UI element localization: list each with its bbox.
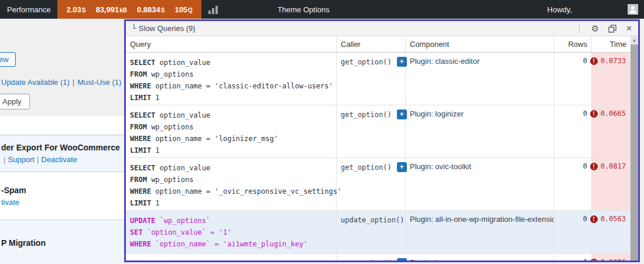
sql-keyword: FROM bbox=[130, 123, 147, 131]
query-monitor-panel: └Slow Queries (9) ⚙ ✕ QueryCallerCompone… bbox=[124, 19, 640, 262]
slow-query-warning-icon: ! bbox=[590, 163, 598, 170]
sql-line: WHERE option_name = 'classic-editor-allo… bbox=[130, 80, 332, 92]
sql-keyword: FROM bbox=[130, 70, 147, 78]
sql-line: LIMIT 1 bbox=[130, 145, 332, 156]
tree-branch-glyph: └ bbox=[132, 24, 136, 33]
caller-function: get_option() bbox=[341, 258, 392, 260]
query-row: UPDATE `wp_options`SET `option_value` = … bbox=[126, 211, 631, 254]
action-separator: | bbox=[37, 155, 39, 164]
gear-icon[interactable]: ⚙ bbox=[591, 24, 599, 33]
plugin-action-link[interactable]: Support bbox=[8, 155, 35, 164]
component-cell: Plugin: classic-editor bbox=[406, 53, 554, 105]
query-cell: SELECT option_valueFROM wp_optionsWHERE … bbox=[126, 158, 337, 210]
component-cell: Plugin: ovic-toolkit bbox=[406, 158, 554, 210]
rows-cell: 0 bbox=[554, 158, 592, 210]
time-value: 0.0696 bbox=[601, 258, 626, 260]
query-cell: SELECT option_valueFROM wp_optionsWHERE … bbox=[126, 53, 337, 105]
sql-keyword: LIMIT bbox=[130, 199, 151, 207]
chart-bar bbox=[212, 8, 214, 14]
add-new-button[interactable]: ew bbox=[0, 52, 16, 67]
user-avatar-icon[interactable] bbox=[628, 4, 638, 15]
column-header-component: Component bbox=[406, 36, 554, 52]
metric-value: 0.8834S bbox=[137, 5, 165, 14]
sql-keyword: SET bbox=[130, 228, 143, 236]
sql-line: SELECT option_value bbox=[130, 109, 332, 121]
bar-chart-icon[interactable] bbox=[201, 0, 225, 19]
metric-number: 83,991 bbox=[95, 5, 119, 14]
howdy-label[interactable]: Howdy, bbox=[547, 5, 572, 14]
panel-title: └Slow Queries (9) bbox=[132, 24, 196, 33]
plugins-table-header-strip bbox=[0, 116, 124, 135]
time-value: 0.0733 bbox=[601, 57, 626, 104]
sql-keyword: WHERE bbox=[130, 240, 151, 248]
admin-bar-theme-options-item[interactable]: Theme Options bbox=[270, 0, 337, 19]
time-cell: !0.0563 bbox=[592, 211, 631, 253]
apply-button[interactable]: Apply bbox=[0, 94, 30, 109]
time-value: 0.0563 bbox=[601, 215, 626, 252]
caller-function: get_option() bbox=[341, 162, 392, 173]
slow-query-warning-icon: ! bbox=[590, 57, 598, 65]
plugin-filter-link[interactable]: Update Available (1) bbox=[1, 78, 70, 87]
column-header-time: Time bbox=[592, 36, 631, 52]
column-header-query: Query bbox=[126, 36, 337, 52]
chart-bar bbox=[215, 6, 218, 14]
sql-line: WHERE option_name = 'loginizer_msg' bbox=[130, 133, 332, 145]
caller-function: update_option() bbox=[341, 215, 404, 225]
metric-unit: kB bbox=[119, 7, 127, 13]
rows-cell: 0 bbox=[554, 105, 592, 157]
query-cell: SELECT option_valueFROM wp_optionsWHERE … bbox=[126, 105, 337, 157]
scrollbar-thumb[interactable] bbox=[631, 44, 638, 260]
header-divider bbox=[579, 24, 580, 33]
component-cell: Plugin: all-in-one-wp-migration-file-ext… bbox=[406, 211, 554, 253]
sql-line: SET `option_value` = '1' bbox=[130, 227, 332, 238]
filter-separator: | bbox=[73, 78, 74, 87]
component-cell: Plugin: loginizer bbox=[406, 105, 554, 157]
plugin-action-link[interactable]: Deactivate bbox=[41, 155, 77, 164]
close-icon[interactable]: ✕ bbox=[626, 25, 632, 32]
sql-line: FROM wp_options bbox=[130, 68, 332, 80]
scrollbar[interactable]: ▲ bbox=[631, 36, 638, 260]
caller-cell: update_option()+ bbox=[337, 211, 406, 253]
column-header-rows: Rows bbox=[554, 36, 592, 52]
time-value: 0.0817 bbox=[601, 162, 626, 209]
time-cell: !0.0665 bbox=[592, 105, 631, 157]
rows-cell: 0 bbox=[554, 211, 592, 253]
metric-value: 105Q bbox=[174, 5, 192, 14]
chart-bar bbox=[208, 11, 211, 14]
time-cell: !0.0696 bbox=[592, 254, 631, 260]
scrollbar-up-arrow[interactable]: ▲ bbox=[631, 36, 638, 44]
query-row: SELECT option_valueFROM wp_optionsWHERE … bbox=[126, 105, 631, 158]
metric-unit: Q bbox=[188, 7, 193, 13]
time-value: 0.0665 bbox=[601, 109, 626, 156]
sql-keyword: LIMIT bbox=[130, 94, 151, 102]
panel-title-text: Slow Queries (9) bbox=[139, 24, 196, 33]
metric-number: 0.8834 bbox=[137, 5, 160, 14]
sql-keyword: WHERE bbox=[130, 135, 151, 143]
sql-keyword: FROM bbox=[130, 176, 147, 184]
metric-unit: S bbox=[82, 7, 86, 13]
admin-bar-performance-item[interactable]: Performance bbox=[0, 0, 57, 19]
panel-header: └Slow Queries (9) ⚙ ✕ bbox=[126, 21, 638, 36]
slow-query-warning-icon: ! bbox=[590, 110, 598, 118]
table-header-row: QueryCallerComponentRowsTime bbox=[126, 36, 631, 53]
plugin-filter-link[interactable]: Must-Use (1) bbox=[77, 78, 121, 87]
plugin-status-filters: Update Available (1)|Must-Use (1) bbox=[1, 78, 121, 87]
sql-keyword: SELECT bbox=[130, 164, 155, 172]
plugin-row: der Export For WooCommerce |Support|Deac… bbox=[0, 135, 124, 172]
rows-cell: 0 bbox=[554, 53, 592, 105]
caller-cell: get_option()+ bbox=[337, 53, 406, 105]
column-header-caller: Caller bbox=[337, 36, 406, 52]
sql-keyword: SELECT bbox=[130, 111, 155, 119]
sql-line: LIMIT 1 bbox=[130, 92, 332, 104]
plugin-action-link[interactable]: tivate bbox=[1, 198, 19, 207]
slow-query-warning-icon: ! bbox=[590, 259, 598, 260]
dock-position-icon[interactable] bbox=[608, 25, 616, 33]
rows-cell: 0 bbox=[554, 254, 592, 260]
metric-value: 2.03S bbox=[66, 5, 85, 14]
sql-line: SELECT option_value bbox=[130, 258, 332, 260]
query-monitor-metrics[interactable]: 2.03S83,991kB0.8834S105Q bbox=[57, 0, 201, 19]
caller-function: get_option() bbox=[341, 109, 392, 120]
plugin-name: der Export For WooCommerce bbox=[1, 135, 124, 152]
sql-line: SELECT option_value bbox=[130, 162, 332, 174]
query-row: SELECT option_valueFROM wp_optionsWHERE … bbox=[126, 53, 631, 105]
